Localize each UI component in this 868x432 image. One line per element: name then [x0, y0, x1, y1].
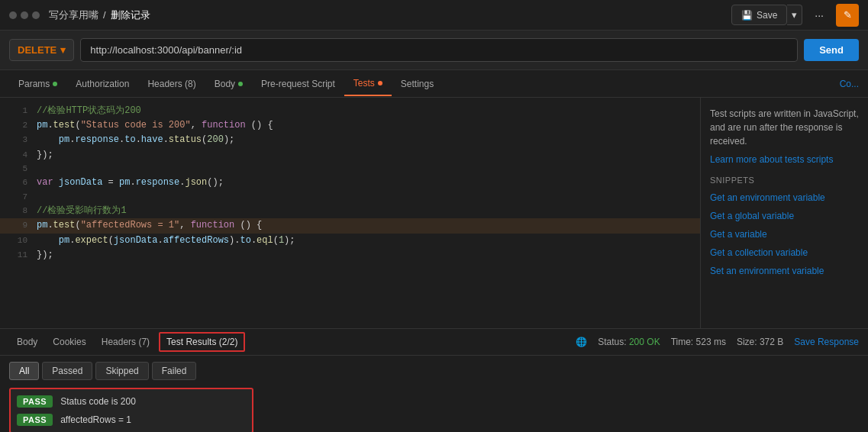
main-area: 1 //检验HTTP状态码为200 2 pm.test("Status code… [0, 98, 868, 328]
more-button[interactable]: ··· [808, 5, 830, 25]
top-bar-actions: 💾 Save ▾ ··· ✎ [731, 4, 859, 27]
snippet-set-env[interactable]: Set an environment variable [710, 266, 859, 276]
resp-tab-cookies[interactable]: Cookies [45, 330, 93, 353]
line-num-4: 4 [6, 149, 27, 163]
code-line-9: 9 pm.test("affectedRows = 1", function (… [0, 218, 700, 233]
breadcrumb-separator: / [103, 9, 106, 21]
resp-tab-body-label: Body [17, 337, 37, 347]
save-button-group: 💾 Save ▾ [731, 5, 802, 25]
save-label: Save [757, 10, 777, 21]
test-result-name-2: affectedRows = 1 [60, 414, 131, 425]
time-value: 523 ms [696, 337, 726, 347]
resp-tab-headers[interactable]: Headers (7) [94, 330, 157, 353]
code-line-10: 10 pm.expect(jsonData.affectedRows).to.e… [0, 234, 700, 248]
code-line-7: 7 [0, 191, 700, 205]
method-dropdown-arrow: ▾ [60, 44, 66, 56]
code-line-4: 4 }); [0, 148, 700, 163]
filter-passed[interactable]: Passed [42, 362, 92, 380]
code-line-2: 2 pm.test("Status code is 200", function… [0, 118, 700, 133]
tab-corner[interactable]: Co... [840, 79, 859, 89]
resp-tab-test-results[interactable]: Test Results (2/2) [159, 332, 245, 352]
status-text: Status: 200 OK [598, 337, 660, 347]
method-select[interactable]: DELETE ▾ [9, 39, 74, 61]
params-dot [53, 82, 57, 86]
code-line-5: 5 [0, 163, 700, 176]
tab-settings[interactable]: Settings [392, 73, 443, 95]
method-value: DELETE [18, 44, 56, 56]
line-num-10: 10 [6, 234, 27, 248]
resp-tab-test-results-label: Test Results (2/2) [166, 337, 237, 347]
response-tabs-bar: Body Cookies Headers (7) Test Results (2… [0, 328, 868, 356]
tab-prerequest-label: Pre-request Script [261, 79, 335, 89]
response-status: 🌐 Status: 200 OK Time: 523 ms Size: 372 … [576, 337, 859, 347]
right-panel: Test scripts are written in JavaScript, … [700, 98, 868, 328]
line-num-2: 2 [6, 119, 27, 133]
line-content-6: var jsonData = pm.response.json(); [37, 176, 694, 190]
tab-tests-label: Tests [353, 78, 375, 89]
line-content-3: pm.response.to.have.status(200); [37, 133, 694, 147]
filter-skipped[interactable]: Skipped [95, 362, 148, 380]
tab-authorization[interactable]: Authorization [66, 73, 138, 95]
line-content-10: pm.expect(jsonData.affectedRows).to.eql(… [37, 234, 694, 248]
edit-button[interactable]: ✎ [836, 4, 859, 27]
learn-more-link[interactable]: Learn more about tests scripts [710, 154, 859, 165]
line-num-5: 5 [6, 163, 27, 176]
resp-tab-body[interactable]: Body [9, 330, 45, 353]
filter-failed[interactable]: Failed [152, 362, 197, 380]
test-result-2: PASS affectedRows = 1 [17, 414, 246, 426]
line-num-6: 6 [6, 176, 27, 190]
line-content-8: //检验受影响行数为1 [37, 204, 694, 218]
line-content-2: pm.test("Status code is 200", function (… [37, 118, 694, 133]
save-dropdown-arrow[interactable]: ▾ [787, 5, 802, 25]
tab-authorization-label: Authorization [76, 79, 129, 89]
tab-headers[interactable]: Headers (8) [138, 73, 205, 95]
resp-tab-cookies-label: Cookies [53, 337, 86, 347]
badge-pass-1: PASS [17, 395, 53, 408]
test-results-list: PASS Status code is 200 PASS affectedRow… [9, 388, 253, 432]
save-icon: 💾 [741, 10, 753, 21]
time-text: Time: 523 ms [671, 337, 726, 347]
snippet-get-var[interactable]: Get a variable [710, 229, 859, 240]
line-num-9: 9 [6, 219, 27, 233]
edit-icon: ✎ [844, 9, 852, 21]
test-results-area: All Passed Skipped Failed PASS Status co… [0, 356, 868, 432]
snippets-label: SNIPPETS [710, 176, 859, 185]
snippet-get-env[interactable]: Get an environment variable [710, 192, 859, 203]
tests-dot [378, 81, 382, 85]
tab-params[interactable]: Params [9, 73, 66, 95]
right-panel-description: Test scripts are written in JavaScript, … [710, 107, 859, 148]
breadcrumb-parent: 写分享用嘴 [49, 8, 98, 22]
top-bar: 写分享用嘴 / 删除记录 💾 Save ▾ ··· ✎ [0, 0, 868, 31]
code-editor[interactable]: 1 //检验HTTP状态码为200 2 pm.test("Status code… [0, 98, 700, 328]
status-value: 200 OK [629, 337, 660, 347]
code-line-11: 11 }); [0, 248, 700, 263]
tab-tests[interactable]: Tests [344, 72, 392, 96]
tab-params-label: Params [18, 79, 50, 89]
request-bar: DELETE ▾ Send [0, 31, 868, 70]
save-response-link[interactable]: Save Response [794, 337, 859, 347]
line-content-11: }); [37, 248, 694, 263]
snippet-get-collection[interactable]: Get a collection variable [710, 247, 859, 258]
tab-settings-label: Settings [401, 79, 434, 89]
line-num-8: 8 [6, 205, 27, 218]
code-line-1: 1 //检验HTTP状态码为200 [0, 104, 700, 118]
filter-all[interactable]: All [9, 362, 39, 380]
size-text: Size: 372 B [737, 337, 783, 347]
dot-3 [32, 11, 40, 19]
tab-body[interactable]: Body [205, 73, 252, 95]
resp-tab-headers-label: Headers (7) [102, 337, 150, 347]
line-num-3: 3 [6, 134, 27, 147]
snippet-get-global[interactable]: Get a global variable [710, 211, 859, 221]
test-result-1: PASS Status code is 200 [17, 395, 246, 408]
url-input[interactable] [80, 38, 798, 62]
save-button[interactable]: 💾 Save [731, 5, 787, 25]
tab-prerequest[interactable]: Pre-request Script [252, 73, 344, 95]
line-content-1: //检验HTTP状态码为200 [37, 104, 694, 118]
breadcrumb-current: 删除记录 [111, 8, 150, 22]
breadcrumb: 写分享用嘴 / 删除记录 [49, 8, 731, 22]
body-dot [238, 82, 243, 86]
send-button[interactable]: Send [804, 39, 859, 61]
line-num-11: 11 [6, 249, 27, 263]
tabs-bar: Params Authorization Headers (8) Body Pr… [0, 70, 868, 98]
line-num-7: 7 [6, 191, 27, 205]
